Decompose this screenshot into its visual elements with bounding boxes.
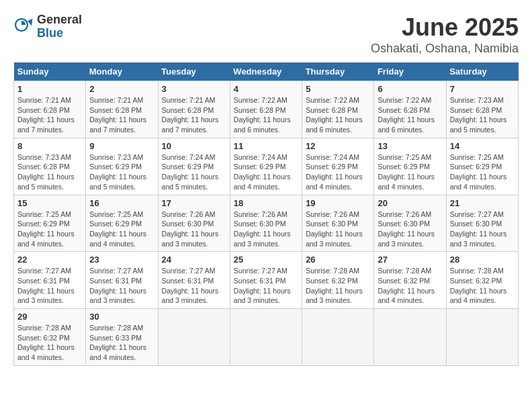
day-number: 21: [450, 198, 515, 208]
calendar-cell: [374, 309, 446, 366]
day-info: Sunrise: 7:28 AMSunset: 6:32 PMDaylight:…: [450, 266, 515, 306]
day-info: Sunrise: 7:22 AMSunset: 6:28 PMDaylight:…: [378, 95, 442, 135]
logo-general: General: [37, 13, 82, 27]
calendar-cell: 18 Sunrise: 7:26 AMSunset: 6:30 PMDaylig…: [230, 195, 302, 252]
day-info: Sunrise: 7:27 AMSunset: 6:31 PMDaylight:…: [89, 266, 154, 306]
day-number: 5: [306, 84, 370, 94]
header-tuesday: Tuesday: [158, 62, 230, 81]
header-sunday: Sunday: [14, 62, 86, 81]
day-info: Sunrise: 7:25 AMSunset: 6:29 PMDaylight:…: [17, 210, 82, 249]
day-number: 9: [89, 141, 154, 151]
day-number: 8: [17, 141, 82, 151]
day-info: Sunrise: 7:26 AMSunset: 6:30 PMDaylight:…: [234, 210, 298, 249]
day-info: Sunrise: 7:21 AMSunset: 6:28 PMDaylight:…: [17, 95, 82, 135]
day-info: Sunrise: 7:27 AMSunset: 6:30 PMDaylight:…: [450, 210, 515, 249]
day-number: 24: [162, 255, 226, 265]
calendar-table: Sunday Monday Tuesday Wednesday Thursday…: [13, 62, 519, 366]
day-info: Sunrise: 7:27 AMSunset: 6:31 PMDaylight:…: [162, 266, 226, 306]
calendar-cell: 20 Sunrise: 7:26 AMSunset: 6:30 PMDaylig…: [374, 195, 446, 252]
day-info: Sunrise: 7:22 AMSunset: 6:28 PMDaylight:…: [234, 95, 298, 135]
logo-icon: [13, 17, 34, 37]
day-info: Sunrise: 7:26 AMSunset: 6:30 PMDaylight:…: [162, 210, 226, 249]
logo-blue-text: Blue: [37, 27, 82, 40]
calendar-cell: [302, 309, 374, 366]
day-info: Sunrise: 7:26 AMSunset: 6:30 PMDaylight:…: [378, 210, 442, 249]
calendar-cell: 27 Sunrise: 7:28 AMSunset: 6:32 PMDaylig…: [374, 252, 446, 309]
header-monday: Monday: [86, 62, 158, 81]
day-number: 14: [450, 141, 515, 151]
calendar-cell: 22 Sunrise: 7:27 AMSunset: 6:31 PMDaylig…: [14, 252, 86, 309]
calendar-week-3: 15 Sunrise: 7:25 AMSunset: 6:29 PMDaylig…: [14, 195, 519, 252]
calendar-cell: 10 Sunrise: 7:24 AMSunset: 6:29 PMDaylig…: [158, 138, 230, 195]
calendar-week-1: 1 Sunrise: 7:21 AMSunset: 6:28 PMDayligh…: [14, 81, 519, 138]
calendar-cell: 26 Sunrise: 7:28 AMSunset: 6:32 PMDaylig…: [302, 252, 374, 309]
header-thursday: Thursday: [302, 62, 374, 81]
day-info: Sunrise: 7:27 AMSunset: 6:31 PMDaylight:…: [234, 266, 298, 306]
month-title: June 2025: [371, 13, 519, 42]
day-number: 12: [306, 141, 370, 151]
calendar-cell: 23 Sunrise: 7:27 AMSunset: 6:31 PMDaylig…: [86, 252, 158, 309]
day-info: Sunrise: 7:25 AMSunset: 6:29 PMDaylight:…: [378, 152, 442, 192]
header-wednesday: Wednesday: [230, 62, 302, 81]
calendar-cell: 13 Sunrise: 7:25 AMSunset: 6:29 PMDaylig…: [374, 138, 446, 195]
calendar-cell: 29 Sunrise: 7:28 AMSunset: 6:32 PMDaylig…: [14, 309, 86, 366]
day-info: Sunrise: 7:25 AMSunset: 6:29 PMDaylight:…: [450, 152, 515, 192]
day-number: 27: [378, 255, 442, 265]
day-number: 25: [234, 255, 298, 265]
day-number: 19: [306, 198, 370, 208]
day-number: 4: [234, 84, 298, 94]
day-number: 13: [378, 141, 442, 151]
day-number: 6: [378, 84, 442, 94]
day-number: 30: [89, 312, 154, 322]
day-number: 3: [162, 84, 226, 94]
day-number: 7: [450, 84, 515, 94]
day-number: 26: [306, 255, 370, 265]
day-number: 17: [162, 198, 226, 208]
day-info: Sunrise: 7:28 AMSunset: 6:32 PMDaylight:…: [17, 323, 82, 363]
day-info: Sunrise: 7:24 AMSunset: 6:29 PMDaylight:…: [162, 152, 226, 192]
day-number: 28: [450, 255, 515, 265]
calendar-cell: 24 Sunrise: 7:27 AMSunset: 6:31 PMDaylig…: [158, 252, 230, 309]
day-number: 11: [234, 141, 298, 151]
day-info: Sunrise: 7:24 AMSunset: 6:29 PMDaylight:…: [234, 152, 298, 192]
day-info: Sunrise: 7:22 AMSunset: 6:28 PMDaylight:…: [306, 95, 370, 135]
calendar-cell: 19 Sunrise: 7:26 AMSunset: 6:30 PMDaylig…: [302, 195, 374, 252]
day-info: Sunrise: 7:21 AMSunset: 6:28 PMDaylight:…: [162, 95, 226, 135]
calendar-week-4: 22 Sunrise: 7:27 AMSunset: 6:31 PMDaylig…: [14, 252, 519, 309]
day-info: Sunrise: 7:23 AMSunset: 6:29 PMDaylight:…: [89, 152, 154, 192]
calendar-cell: 17 Sunrise: 7:26 AMSunset: 6:30 PMDaylig…: [158, 195, 230, 252]
day-number: 2: [89, 84, 154, 94]
day-number: 29: [17, 312, 82, 322]
day-number: 20: [378, 198, 442, 208]
calendar-cell: 21 Sunrise: 7:27 AMSunset: 6:30 PMDaylig…: [446, 195, 518, 252]
day-info: Sunrise: 7:21 AMSunset: 6:28 PMDaylight:…: [89, 95, 154, 135]
day-info: Sunrise: 7:23 AMSunset: 6:28 PMDaylight:…: [17, 152, 82, 192]
title-block: June 2025 Oshakati, Oshana, Namibia: [371, 13, 519, 56]
day-info: Sunrise: 7:26 AMSunset: 6:30 PMDaylight:…: [306, 210, 370, 249]
day-number: 22: [17, 255, 82, 265]
calendar-cell: [446, 309, 518, 366]
logo: General Blue: [13, 13, 82, 40]
header-row: Sunday Monday Tuesday Wednesday Thursday…: [14, 62, 519, 81]
header-friday: Friday: [374, 62, 446, 81]
page-header: General Blue June 2025 Oshakati, Oshana,…: [13, 13, 519, 56]
day-number: 23: [89, 255, 154, 265]
day-info: Sunrise: 7:28 AMSunset: 6:32 PMDaylight:…: [378, 266, 442, 306]
day-number: 1: [17, 84, 82, 94]
day-number: 10: [162, 141, 226, 151]
day-info: Sunrise: 7:25 AMSunset: 6:29 PMDaylight:…: [89, 210, 154, 249]
calendar-cell: 14 Sunrise: 7:25 AMSunset: 6:29 PMDaylig…: [446, 138, 518, 195]
calendar-cell: 11 Sunrise: 7:24 AMSunset: 6:29 PMDaylig…: [230, 138, 302, 195]
day-number: 18: [234, 198, 298, 208]
calendar-cell: 1 Sunrise: 7:21 AMSunset: 6:28 PMDayligh…: [14, 81, 86, 138]
calendar-cell: 4 Sunrise: 7:22 AMSunset: 6:28 PMDayligh…: [230, 81, 302, 138]
logo-text: General Blue: [37, 13, 82, 40]
day-info: Sunrise: 7:28 AMSunset: 6:32 PMDaylight:…: [306, 266, 370, 306]
day-number: 16: [89, 198, 154, 208]
calendar-cell: 7 Sunrise: 7:23 AMSunset: 6:28 PMDayligh…: [446, 81, 518, 138]
day-info: Sunrise: 7:28 AMSunset: 6:33 PMDaylight:…: [89, 323, 154, 363]
calendar-cell: 3 Sunrise: 7:21 AMSunset: 6:28 PMDayligh…: [158, 81, 230, 138]
calendar-cell: 9 Sunrise: 7:23 AMSunset: 6:29 PMDayligh…: [86, 138, 158, 195]
calendar-cell: [158, 309, 230, 366]
header-saturday: Saturday: [446, 62, 518, 81]
